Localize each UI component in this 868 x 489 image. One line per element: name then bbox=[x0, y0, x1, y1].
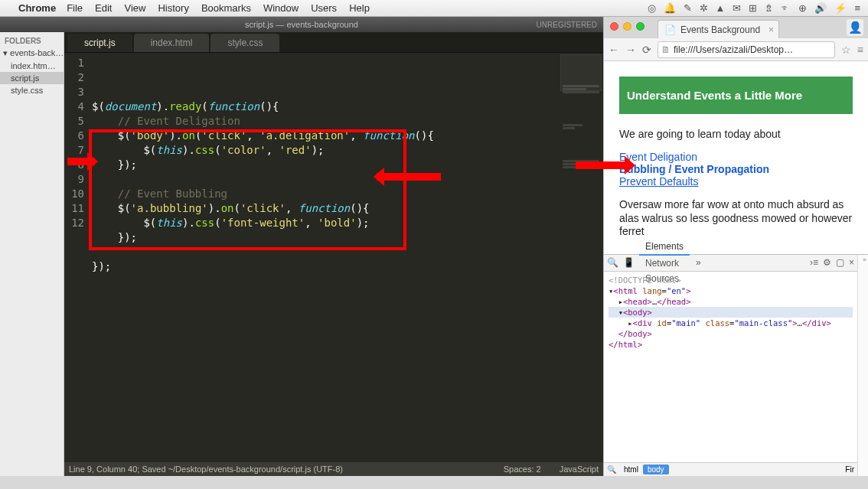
menu-view[interactable]: View bbox=[124, 2, 145, 14]
menu-file[interactable]: File bbox=[67, 2, 83, 14]
sidebar-header: FOLDERS bbox=[0, 35, 64, 47]
editor-tab[interactable]: index.html bbox=[134, 34, 210, 52]
tab-close-icon[interactable]: × bbox=[768, 24, 774, 35]
page-banner: Understand Events a Little More bbox=[619, 77, 853, 114]
bookmark-star-icon[interactable]: ☆ bbox=[841, 44, 851, 56]
sidebar-file[interactable]: index.htm… bbox=[0, 60, 64, 72]
status-spaces[interactable]: Spaces: 2 bbox=[504, 465, 541, 474]
sidebar-folder[interactable]: ▾ events-back… bbox=[0, 47, 64, 60]
reload-icon[interactable]: ⟳ bbox=[642, 44, 651, 56]
editor-area: script.jsindex.htmlstyle.css 12345678910… bbox=[64, 32, 603, 476]
console-icon[interactable]: ›≡ bbox=[810, 257, 818, 268]
gutter: 123456789101112 bbox=[64, 53, 89, 462]
editor-tab[interactable]: style.css bbox=[210, 34, 279, 52]
sidebar-file[interactable]: script.js bbox=[0, 72, 64, 84]
menubar-status-icon[interactable]: ⚡ bbox=[834, 2, 847, 14]
code-content[interactable]: $(document).ready(function(){ // Event D… bbox=[89, 53, 603, 462]
menu-edit[interactable]: Edit bbox=[95, 2, 112, 14]
active-app[interactable]: Chrome bbox=[18, 2, 56, 14]
page-icon: 📄 bbox=[664, 24, 676, 35]
chrome-tabstrip: 📄 Events Background × 👤 bbox=[604, 17, 868, 38]
browser-tab[interactable]: 📄 Events Background × bbox=[658, 20, 779, 38]
sublime-sidebar: FOLDERS ▾ events-back… index.htm…script.… bbox=[0, 32, 64, 476]
sublime-titlebar: script.js — events-background UNREGISTER… bbox=[0, 17, 603, 32]
address-bar[interactable]: 🗎 file:///Users/azizali/Desktop… bbox=[658, 41, 835, 58]
menubar-status-icon[interactable]: ᯤ bbox=[781, 2, 791, 14]
menubar-status-icon[interactable]: ≡ bbox=[854, 2, 860, 14]
menubar-status-icon[interactable]: 🔊 bbox=[814, 2, 827, 14]
tab-title: Events Background bbox=[680, 24, 760, 35]
page-links: Event DeligationBubbling / Event Propaga… bbox=[619, 151, 853, 187]
browser-toolbar: ← → ⟳ 🗎 file:///Users/azizali/Desktop… ☆… bbox=[604, 38, 868, 61]
page-content: Understand Events a Little More We are g… bbox=[604, 61, 868, 254]
page-link[interactable]: Event Deligation bbox=[619, 151, 853, 163]
breadcrumb[interactable]: body bbox=[643, 465, 669, 474]
forward-icon[interactable]: → bbox=[625, 44, 636, 56]
editor-tab[interactable]: script.js bbox=[67, 34, 132, 52]
back-icon[interactable]: ← bbox=[609, 44, 619, 56]
dom-node[interactable]: <!DOCTYPE html> bbox=[609, 275, 853, 285]
close-icon[interactable] bbox=[610, 22, 618, 31]
menubar-status-icon[interactable]: ✲ bbox=[700, 2, 708, 14]
window-traffic-lights[interactable] bbox=[610, 22, 644, 31]
chrome-window: 📄 Events Background × 👤 ← → ⟳ 🗎 file:///… bbox=[603, 17, 868, 476]
file-icon: 🗎 bbox=[661, 44, 671, 55]
menubar-status-icon[interactable]: ⊕ bbox=[798, 2, 807, 14]
profile-avatar[interactable]: 👤 bbox=[847, 19, 863, 36]
menubar-status-icon[interactable]: ◎ bbox=[648, 2, 656, 14]
devtools-toolbar: 🔍 📱 ElementsNetworkSources » ›≡ ⚙ ▢ × bbox=[604, 255, 857, 272]
menu-help[interactable]: Help bbox=[349, 2, 370, 14]
breadcrumb[interactable]: html bbox=[619, 465, 643, 474]
zoom-icon[interactable] bbox=[636, 22, 644, 31]
sublime-text-window: script.js — events-background UNREGISTER… bbox=[0, 17, 603, 476]
menu-window[interactable]: Window bbox=[263, 2, 299, 14]
devtools-footer: 🔍 htmlbody Fir bbox=[604, 462, 857, 476]
dock-icon[interactable]: ▢ bbox=[836, 257, 844, 268]
menubar-status-icon[interactable]: ✎ bbox=[684, 2, 692, 14]
menubar-status-icon[interactable]: 🔔 bbox=[664, 2, 676, 14]
menu-bookmarks[interactable]: Bookmarks bbox=[201, 2, 251, 14]
dom-node[interactable]: ▾<body> bbox=[609, 307, 853, 318]
dom-node[interactable]: ▾<html lang="en"> bbox=[609, 285, 853, 296]
inspect-icon[interactable]: 🔍 bbox=[607, 257, 618, 268]
sublime-title: script.js — events-background bbox=[245, 20, 358, 29]
page-paragraph: Oversaw more far wow at onto much absurd… bbox=[619, 198, 853, 239]
devtools: 🔍 📱 ElementsNetworkSources » ›≡ ⚙ ▢ × <!… bbox=[604, 254, 868, 477]
menu-history[interactable]: History bbox=[158, 2, 188, 14]
page-intro: We are going to learn today about bbox=[619, 128, 853, 140]
menubar-status-icon[interactable]: ⇯ bbox=[765, 2, 773, 14]
more-tabs-icon[interactable]: » bbox=[696, 257, 701, 268]
editor-tabs: script.jsindex.htmlstyle.css bbox=[64, 32, 603, 53]
page-link[interactable]: Prevent Defaults bbox=[619, 175, 853, 187]
dom-node[interactable]: ▸<head>…</head> bbox=[609, 296, 853, 307]
minimap[interactable] bbox=[560, 54, 602, 91]
devtools-tab-network[interactable]: Network bbox=[639, 256, 690, 271]
dom-node[interactable]: ▸<div id="main" class="main-class">…</di… bbox=[609, 318, 853, 328]
chrome-menu-icon[interactable]: ≡ bbox=[857, 44, 863, 56]
sublime-unregistered: UNREGISTERED bbox=[537, 21, 597, 29]
settings-icon[interactable]: ⚙ bbox=[823, 257, 831, 268]
dom-tree[interactable]: <!DOCTYPE html>▾<html lang="en"> ▸<head>… bbox=[604, 272, 857, 463]
find-icon[interactable]: 🔍 bbox=[607, 465, 616, 474]
menu-users[interactable]: Users bbox=[311, 2, 337, 14]
styles-pane-sliver: » bbox=[857, 255, 868, 477]
dom-node[interactable]: </body> bbox=[609, 328, 853, 339]
status-left: Line 9, Column 40; Saved ~/Desktop/event… bbox=[69, 465, 343, 474]
page-link[interactable]: Bubbling / Event Propagation bbox=[619, 163, 853, 175]
dom-node[interactable]: </html> bbox=[609, 339, 853, 350]
menubar-status-icon[interactable]: ✉ bbox=[733, 2, 741, 14]
devtools-close-icon[interactable]: × bbox=[849, 257, 854, 268]
code-editor[interactable]: 123456789101112 $(document).ready(functi… bbox=[64, 53, 603, 462]
url-text: file:///Users/azizali/Desktop… bbox=[674, 44, 793, 55]
macos-menubar: Chrome FileEditViewHistoryBookmarksWindo… bbox=[0, 0, 868, 17]
menubar-status-icon[interactable]: ▲ bbox=[716, 2, 726, 14]
statusbar: Line 9, Column 40; Saved ~/Desktop/event… bbox=[64, 462, 603, 476]
menubar-status-icon[interactable]: ⊞ bbox=[749, 2, 757, 14]
status-lang[interactable]: JavaScript bbox=[560, 465, 599, 474]
sidebar-file[interactable]: style.css bbox=[0, 84, 64, 96]
device-icon[interactable]: 📱 bbox=[623, 257, 635, 268]
footer-fir: Fir bbox=[845, 465, 854, 474]
minimize-icon[interactable] bbox=[623, 22, 631, 31]
